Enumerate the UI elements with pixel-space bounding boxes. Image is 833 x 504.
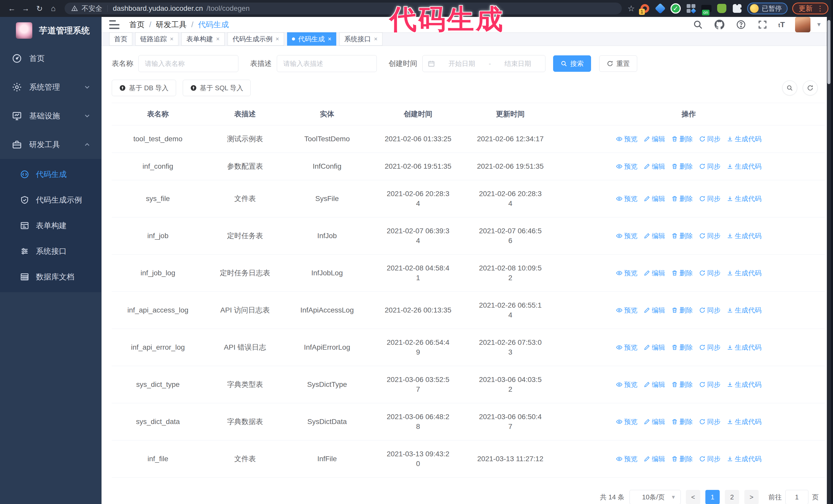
sidebar-item-infra[interactable]: 基础设施 [0, 101, 101, 130]
extension-grid-icon[interactable] [686, 3, 696, 14]
hamburger-icon[interactable] [109, 20, 119, 29]
edit-link[interactable]: 编辑 [644, 305, 665, 315]
delete-link[interactable]: 删除 [671, 417, 693, 427]
page-button-1[interactable]: 1 [705, 490, 720, 504]
edit-link[interactable]: 编辑 [644, 342, 665, 352]
table-desc-input[interactable] [277, 55, 377, 72]
sidebar-item-codegen[interactable]: 代码生成 [0, 162, 101, 187]
sidebar-item-codegen-demo[interactable]: 代码生成示例 [0, 187, 101, 213]
browser-back-button[interactable]: ← [6, 3, 18, 14]
delete-link[interactable]: 删除 [671, 380, 693, 389]
scrollbar-thumb[interactable] [827, 20, 830, 84]
browser-profile-button[interactable]: 已暂停 [747, 3, 788, 14]
generate-code-link[interactable]: 生成代码 [727, 380, 761, 389]
sidebar-item-form-builder[interactable]: 表单构建 [0, 213, 101, 238]
browser-home-button[interactable]: ⌂ [48, 3, 59, 14]
tab-system-api[interactable]: 系统接口× [339, 32, 382, 46]
delete-link[interactable]: 删除 [671, 162, 693, 171]
avatar-caret-icon[interactable]: ▼ [816, 21, 822, 28]
preview-link[interactable]: 预览 [616, 417, 638, 427]
delete-link[interactable]: 删除 [671, 454, 693, 464]
security-label[interactable]: 不安全 [81, 4, 102, 13]
import-sql-button[interactable]: 基于 SQL 导入 [183, 80, 251, 96]
tab-close-icon[interactable]: × [216, 36, 220, 42]
font-size-icon[interactable]: tT [779, 20, 785, 29]
scrollbar-track[interactable] [827, 17, 831, 504]
generate-code-link[interactable]: 生成代码 [727, 268, 761, 278]
extension-check-icon[interactable]: ✓ [670, 3, 681, 14]
extension-puzzle-icon[interactable] [732, 3, 742, 14]
edit-link[interactable]: 编辑 [644, 454, 665, 464]
preview-link[interactable]: 预览 [616, 342, 638, 352]
address-bar[interactable]: 不安全 dashboard.yudao.iocoder.cn/tool/code… [65, 3, 622, 14]
preview-link[interactable]: 预览 [616, 305, 638, 315]
sidebar-item-db-doc[interactable]: 数据库文档 [0, 264, 101, 290]
generate-code-link[interactable]: 生成代码 [727, 305, 761, 315]
preview-link[interactable]: 预览 [616, 134, 638, 144]
delete-link[interactable]: 删除 [671, 305, 693, 315]
sidebar-item-devtools[interactable]: 研发工具 [0, 130, 101, 159]
edit-link[interactable]: 编辑 [644, 134, 665, 144]
page-button-2[interactable]: 2 [725, 490, 739, 504]
sync-link[interactable]: 同步 [699, 231, 720, 241]
preview-link[interactable]: 预览 [616, 380, 638, 389]
delete-link[interactable]: 删除 [671, 342, 693, 352]
extension-gem-icon[interactable] [655, 3, 666, 14]
sync-link[interactable]: 同步 [699, 268, 720, 278]
preview-link[interactable]: 预览 [616, 194, 638, 203]
edit-link[interactable]: 编辑 [644, 380, 665, 389]
goto-page-input[interactable] [785, 490, 808, 504]
tab-home[interactable]: 首页 [109, 32, 132, 46]
avatar[interactable] [795, 17, 810, 32]
tab-tracing[interactable]: 链路追踪× [135, 32, 178, 46]
tab-close-icon[interactable]: × [170, 36, 173, 42]
extension-green-icon[interactable] [716, 3, 727, 14]
generate-code-link[interactable]: 生成代码 [727, 194, 761, 203]
sync-link[interactable]: 同步 [699, 454, 720, 464]
preview-link[interactable]: 预览 [616, 454, 638, 464]
delete-link[interactable]: 删除 [671, 194, 693, 203]
tab-close-icon[interactable]: × [328, 36, 331, 42]
next-page-button[interactable]: > [744, 490, 759, 504]
app-logo-row[interactable]: 芋道管理系统 [0, 17, 101, 44]
page-size-select[interactable]: 10条/页 ▼ [629, 490, 681, 504]
sidebar-item-system-api[interactable]: 系统接口 [0, 238, 101, 264]
browser-forward-button[interactable]: → [20, 3, 31, 14]
edit-link[interactable]: 编辑 [644, 231, 665, 241]
end-date-placeholder[interactable]: 结束日期 [496, 59, 540, 68]
tab-codegen-demo[interactable]: 代码生成示例× [228, 32, 284, 46]
sync-link[interactable]: 同步 [699, 342, 720, 352]
tab-close-icon[interactable]: × [374, 36, 378, 42]
reset-button[interactable]: 重置 [599, 55, 637, 72]
sync-link[interactable]: 同步 [699, 417, 720, 427]
help-icon[interactable] [735, 19, 747, 30]
edit-link[interactable]: 编辑 [644, 194, 665, 203]
browser-menu-dots-icon[interactable]: ⋮ [816, 7, 824, 10]
delete-link[interactable]: 删除 [671, 134, 693, 144]
generate-code-link[interactable]: 生成代码 [727, 454, 761, 464]
generate-code-link[interactable]: 生成代码 [727, 162, 761, 171]
prev-page-button[interactable]: < [686, 490, 700, 504]
generate-code-link[interactable]: 生成代码 [727, 134, 761, 144]
tab-codegen[interactable]: 代码生成× [287, 32, 336, 46]
fullscreen-icon[interactable] [757, 19, 768, 30]
generate-code-link[interactable]: 生成代码 [727, 417, 761, 427]
bookmark-star-icon[interactable]: ☆ [627, 4, 635, 13]
sync-link[interactable]: 同步 [699, 162, 720, 171]
preview-link[interactable]: 预览 [616, 268, 638, 278]
generate-code-link[interactable]: 生成代码 [727, 231, 761, 241]
toggle-search-button[interactable] [782, 80, 797, 95]
header-search-icon[interactable] [692, 19, 704, 30]
sync-link[interactable]: 同步 [699, 380, 720, 389]
preview-link[interactable]: 预览 [616, 231, 638, 241]
breadcrumb-home[interactable]: 首页 [129, 20, 145, 30]
edit-link[interactable]: 编辑 [644, 268, 665, 278]
sidebar-item-system[interactable]: 系统管理 [0, 73, 101, 101]
delete-link[interactable]: 删除 [671, 268, 693, 278]
search-button[interactable]: 搜索 [553, 55, 591, 72]
sidebar-item-home[interactable]: 首页 [0, 44, 101, 73]
edit-link[interactable]: 编辑 [644, 417, 665, 427]
delete-link[interactable]: 删除 [671, 231, 693, 241]
edit-link[interactable]: 编辑 [644, 162, 665, 171]
extension-dark-icon[interactable]: on [701, 3, 712, 14]
